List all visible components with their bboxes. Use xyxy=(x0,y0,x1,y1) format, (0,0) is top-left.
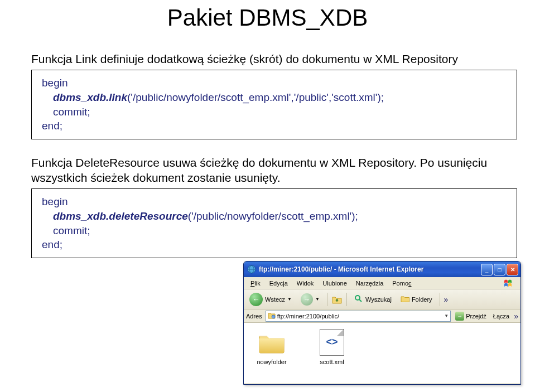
menu-file[interactable]: Plik xyxy=(246,279,265,288)
links-label[interactable]: Łącza xyxy=(491,313,512,320)
code-line: dbms_xdb.deleteResource('/public/nowyfol… xyxy=(42,209,509,224)
folders-button[interactable]: Foldery xyxy=(397,293,436,306)
forward-arrow-icon: → xyxy=(301,293,313,306)
address-label: Adres xyxy=(246,313,263,320)
folders-label: Foldery xyxy=(412,296,432,303)
svg-point-1 xyxy=(355,296,360,300)
content-pane[interactable]: nowyfolder <> scott.xml xyxy=(244,323,520,383)
code-func: dbms_xdb.deleteResource xyxy=(53,210,188,222)
toolbar-overflow-icon[interactable]: » xyxy=(444,295,449,304)
address-field[interactable]: ftp://miner:2100/public/ ▼ xyxy=(266,311,451,322)
dropdown-icon[interactable]: ▼ xyxy=(444,313,449,318)
maximize-button[interactable]: □ xyxy=(494,264,505,275)
back-label: Wstecz xyxy=(265,296,285,303)
up-folder-button[interactable] xyxy=(331,294,343,305)
code-line: begin xyxy=(42,77,68,89)
dropdown-icon: ▼ xyxy=(287,297,292,302)
dropdown-icon: ▼ xyxy=(315,297,320,302)
windows-logo-icon xyxy=(503,278,518,289)
go-button[interactable]: → Przejdź xyxy=(453,311,489,322)
code-block-delete: begin dbms_xdb.deleteResource('/public/n… xyxy=(31,188,517,258)
minimize-button[interactable]: _ xyxy=(481,264,493,275)
forward-button[interactable]: → ▼ xyxy=(297,292,323,307)
folder-ftp-icon xyxy=(268,312,276,320)
page-title: Pakiet DBMS_XDB xyxy=(0,4,535,31)
menu-edit[interactable]: Edycja xyxy=(265,279,292,288)
file-name: scott.xml xyxy=(310,359,354,365)
code-func: dbms_xdb.link xyxy=(53,91,127,103)
menubar: Plik Edycja Widok Ulubione Narzędzia Pom… xyxy=(244,277,520,289)
address-bar: Adres ftp://miner:2100/public/ ▼ → Przej… xyxy=(244,309,520,323)
menu-tools[interactable]: Narzędzia xyxy=(351,279,388,288)
code-line: dbms_xdb.link('/public/nowyfolder/scott_… xyxy=(42,90,509,105)
svg-point-3 xyxy=(272,315,275,318)
go-arrow-icon: → xyxy=(455,312,464,321)
ie-app-icon xyxy=(247,265,256,274)
svg-line-2 xyxy=(359,299,362,302)
xml-file-icon: <> xyxy=(310,328,354,356)
folders-icon xyxy=(401,295,409,304)
code-args: ('/public/nowyfolder/scott_emp.xml','/pu… xyxy=(127,91,384,103)
separator xyxy=(346,293,347,306)
code-line: end; xyxy=(42,239,62,250)
back-button[interactable]: ← Wstecz ▼ xyxy=(246,291,295,308)
file-item[interactable]: <> scott.xml xyxy=(310,328,354,365)
paragraph-delete: Funkcja DeleteResource usuwa ścieżkę do … xyxy=(31,155,517,186)
menu-favorites[interactable]: Ulubione xyxy=(318,279,351,288)
browser-window: ftp://miner:2100/public/ - Microsoft Int… xyxy=(243,261,521,385)
code-line: commit; xyxy=(42,105,509,119)
back-arrow-icon: ← xyxy=(249,293,263,306)
folder-name: nowyfolder xyxy=(249,359,294,365)
menu-help[interactable]: Pomoc xyxy=(388,279,416,288)
search-label: Wyszukaj xyxy=(365,296,392,303)
menu-view[interactable]: Widok xyxy=(292,279,319,288)
address-url: ftp://miner:2100/public/ xyxy=(277,313,339,320)
code-line: end; xyxy=(42,120,62,132)
close-button[interactable]: ✕ xyxy=(507,264,518,275)
paragraph-link: Funkcja Link definiuje dodatkową ścieżkę… xyxy=(31,51,517,66)
separator xyxy=(440,293,440,306)
toolbar: ← Wstecz ▼ → ▼ Wyszukaj Foldery » xyxy=(244,289,520,309)
window-title: ftp://miner:2100/public/ - Microsoft Int… xyxy=(259,265,481,273)
addrbar-overflow-icon[interactable]: » xyxy=(514,312,518,321)
search-button[interactable]: Wyszukaj xyxy=(351,293,395,306)
search-icon xyxy=(354,294,363,304)
separator xyxy=(327,293,327,306)
go-label: Przejdź xyxy=(466,313,486,320)
code-line: begin xyxy=(42,196,68,207)
code-args: ('/public/nowyfolder/scott_emp.xml'); xyxy=(188,210,358,222)
code-line: commit; xyxy=(42,224,509,238)
folder-item[interactable]: nowyfolder xyxy=(249,328,294,365)
folder-icon xyxy=(249,328,294,356)
titlebar[interactable]: ftp://miner:2100/public/ - Microsoft Int… xyxy=(244,262,520,277)
code-block-link: begin dbms_xdb.link('/public/nowyfolder/… xyxy=(31,70,517,139)
